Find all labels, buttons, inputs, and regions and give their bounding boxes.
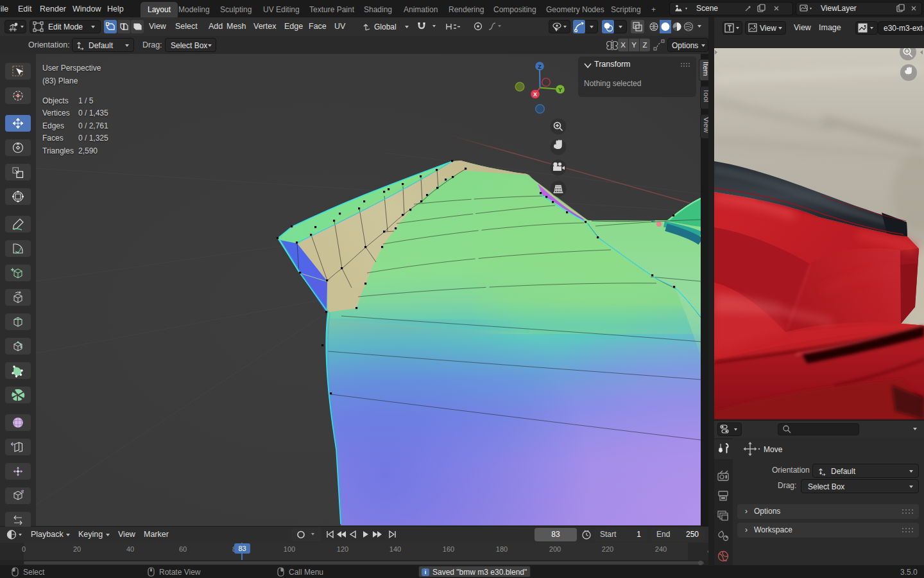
svg-text:X: X — [533, 91, 537, 98]
svg-text:Y: Y — [558, 87, 562, 93]
svg-text:Z: Z — [538, 64, 542, 70]
